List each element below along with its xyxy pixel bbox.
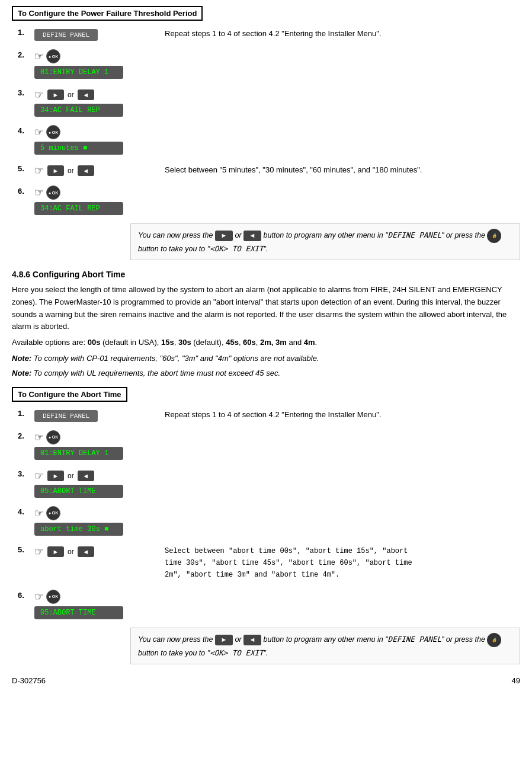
step-with-ok: ☞ ● OK bbox=[34, 125, 60, 139]
step-left: ☞ ● OK 5 minutes ■ bbox=[34, 125, 153, 155]
nav-row: ☞ ► or ◄ bbox=[34, 164, 94, 177]
step-right bbox=[153, 87, 520, 88]
ok-button[interactable]: ● OK bbox=[46, 125, 60, 139]
nav-row: ☞ ► or ◄ bbox=[34, 545, 94, 558]
hand-icon: ☞ bbox=[34, 88, 44, 101]
step-right bbox=[153, 468, 520, 469]
footer: D-302756 49 bbox=[12, 676, 520, 685]
fwd-button[interactable]: ► bbox=[47, 89, 64, 100]
step-left: ☞ ● OK 05:ABORT TIME bbox=[34, 590, 153, 619]
lcd-display: abort time 30s ■ bbox=[34, 523, 123, 536]
step-with-ok: ☞ ● OK bbox=[34, 49, 60, 63]
hand-icon: ☞ bbox=[34, 186, 44, 199]
define-panel-display: DEFINE PANEL bbox=[34, 29, 98, 41]
lcd-display: 34:AC FAIL REP bbox=[34, 202, 123, 215]
step-right bbox=[153, 430, 520, 431]
step-left: ☞ ► or ◄ 05:ABORT TIME bbox=[34, 468, 153, 498]
ok-button[interactable]: ● OK bbox=[46, 49, 60, 63]
step-left: ☞ ► or ◄ bbox=[34, 544, 153, 558]
step-number: 1. bbox=[18, 408, 34, 418]
back-button[interactable]: ◄ bbox=[78, 165, 94, 176]
body-text-2: Available options are: 00s (default in U… bbox=[12, 337, 520, 349]
section2-step4: 4. ☞ ● OK abort time 30s ■ bbox=[18, 506, 520, 536]
step-right: Select between "abort time 00s", "abort … bbox=[153, 544, 520, 581]
lcd-display: 01:ENTRY DELAY 1 bbox=[34, 447, 123, 460]
step-number: 5. bbox=[18, 544, 34, 554]
step-number: 3. bbox=[18, 87, 34, 97]
section2-note-text: You can now press the ► or ◄ button to p… bbox=[138, 633, 512, 659]
or-label: or bbox=[68, 91, 74, 99]
section2-note: You can now press the ► or ◄ button to p… bbox=[130, 628, 520, 664]
hand-icon: ☞ bbox=[34, 469, 44, 482]
hand-icon: ☞ bbox=[34, 164, 44, 177]
back-button[interactable]: ◄ bbox=[78, 471, 94, 481]
section2-title: To Configure the Abort Time bbox=[12, 387, 127, 402]
ok-button[interactable]: ● OK bbox=[46, 185, 60, 200]
step-left: DEFINE PANEL bbox=[34, 408, 153, 422]
section2-step2: 2. ☞ ● OK 01:ENTRY DELAY 1 bbox=[18, 430, 520, 460]
lcd-display: 05:ABORT TIME bbox=[34, 606, 123, 619]
step-left: ☞ ► or ◄ 34:AC FAIL REP bbox=[34, 87, 153, 117]
note-text-2: Note: To comply with UL requirements, th… bbox=[12, 367, 520, 380]
step-left: DEFINE PANEL bbox=[34, 27, 153, 41]
section1-step6: 6. ☞ ● OK 34:AC FAIL REP bbox=[18, 185, 520, 215]
section2-step1: 1. DEFINE PANEL Repeat steps 1 to 4 of s… bbox=[18, 408, 520, 422]
section2-step6: 6. ☞ ● OK 05:ABORT TIME bbox=[18, 590, 520, 619]
step-number: 6. bbox=[18, 590, 34, 600]
step-number: 4. bbox=[18, 506, 34, 516]
section2-step3: 3. ☞ ► or ◄ 05:ABORT TIME bbox=[18, 468, 520, 498]
section2-header-box: To Configure the Abort Time bbox=[12, 387, 520, 408]
back-inline-button[interactable]: ◄ bbox=[243, 635, 261, 645]
section2-steps: 1. DEFINE PANEL Repeat steps 1 to 4 of s… bbox=[18, 408, 520, 619]
ok-button[interactable]: ● OK bbox=[46, 590, 60, 604]
step-right bbox=[153, 185, 520, 187]
step-number: 5. bbox=[18, 163, 34, 173]
step-number: 2. bbox=[18, 49, 34, 59]
section1-header-box: To Configure the Power Failure Threshold… bbox=[12, 6, 520, 27]
back-button[interactable]: ◄ bbox=[78, 89, 94, 100]
step-left: ☞ ● OK 01:ENTRY DELAY 1 bbox=[34, 430, 153, 460]
step-number: 3. bbox=[18, 468, 34, 478]
step-left: ☞ ● OK 34:AC FAIL REP bbox=[34, 185, 153, 215]
section2-step5: 5. ☞ ► or ◄ Select between "abort time 0… bbox=[18, 544, 520, 581]
hand-icon: ☞ bbox=[34, 545, 44, 558]
fwd-inline-button[interactable]: ► bbox=[215, 635, 233, 645]
fwd-button[interactable]: ► bbox=[47, 471, 64, 481]
section1-step5: 5. ☞ ► or ◄ Select between "5 minutes", … bbox=[18, 163, 520, 177]
ok-button[interactable]: ● OK bbox=[46, 430, 60, 444]
back-button[interactable]: ◄ bbox=[78, 546, 94, 557]
fwd-button[interactable]: ► bbox=[47, 165, 64, 176]
section1-step3: 3. ☞ ► or ◄ 34:AC FAIL REP bbox=[18, 87, 520, 117]
lcd-display: 01:ENTRY DELAY 1 bbox=[34, 66, 123, 79]
lcd-display: 05:ABORT TIME bbox=[34, 485, 123, 498]
step-with-ok: ☞ ● OK bbox=[34, 590, 60, 604]
step-left: ☞ ● OK 01:ENTRY DELAY 1 bbox=[34, 49, 153, 79]
fwd-inline-button[interactable]: ► bbox=[215, 231, 233, 241]
section1-note-text: You can now press the ► or ◄ button to p… bbox=[138, 229, 512, 255]
step-right bbox=[153, 125, 520, 126]
hand-icon: ☞ bbox=[34, 431, 44, 444]
nav-row: ☞ ► or ◄ bbox=[34, 469, 94, 482]
nav-row: ☞ ► or ◄ bbox=[34, 88, 94, 101]
page-number: 49 bbox=[512, 676, 520, 685]
step-right bbox=[153, 49, 520, 50]
fwd-button[interactable]: ► bbox=[47, 546, 64, 557]
hand-icon: ☞ bbox=[34, 590, 44, 603]
section1-step2: 2. ☞ ● OK 01:ENTRY DELAY 1 bbox=[18, 49, 520, 79]
step-right bbox=[153, 590, 520, 591]
section1-step4: 4. ☞ ● OK 5 minutes ■ bbox=[18, 125, 520, 155]
step-left: ☞ ● OK abort time 30s ■ bbox=[34, 506, 153, 536]
ok-inline-button[interactable]: 🔒 bbox=[487, 229, 501, 243]
ok-inline-button[interactable]: 🔒 bbox=[487, 633, 501, 647]
step-with-ok: ☞ ● OK bbox=[34, 506, 60, 520]
ok-button[interactable]: ● OK bbox=[46, 506, 60, 520]
back-inline-button[interactable]: ◄ bbox=[243, 231, 261, 241]
subsection-486-title: 4.8.6 Configuring Abort Time bbox=[12, 270, 520, 279]
define-panel-display: DEFINE PANEL bbox=[34, 410, 98, 422]
step-number: 4. bbox=[18, 125, 34, 135]
section1-title: To Configure the Power Failure Threshold… bbox=[12, 6, 203, 21]
or-label: or bbox=[68, 548, 74, 556]
step-with-ok: ☞ ● OK bbox=[34, 430, 60, 444]
doc-number: D-302756 bbox=[12, 676, 46, 685]
step-left: ☞ ► or ◄ bbox=[34, 163, 153, 177]
